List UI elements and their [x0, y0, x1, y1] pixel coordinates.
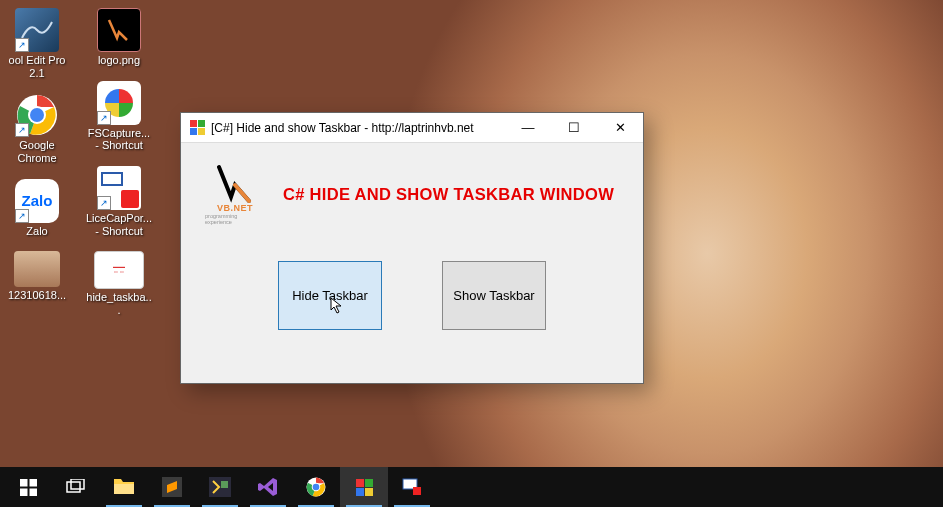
button-label: Hide Taskbar	[292, 288, 368, 303]
app-window: [C#] Hide and show Taskbar - http://lapt…	[180, 112, 644, 384]
desktop-icon-cooledit[interactable]: ↗ ool Edit Pro 2.1	[3, 8, 71, 79]
logo-png-icon	[97, 8, 141, 52]
titlebar[interactable]: [C#] Hide and show Taskbar - http://lapt…	[181, 113, 643, 143]
chrome-icon: ↗	[15, 93, 59, 137]
desktop-icon-chrome[interactable]: ↗ Google Chrome	[3, 93, 71, 164]
desktop-icon-licecap[interactable]: ↗ LiceCapPor... - Shortcut	[85, 166, 153, 237]
app-heading: C# HIDE AND SHOW TASKBAR WINDOW	[283, 185, 614, 204]
desktop-icon-hide-taskbar[interactable]: ▬▬▬▭ ▭ hide_taskba...	[85, 251, 153, 316]
svg-rect-4	[29, 479, 37, 487]
photo-icon	[14, 251, 60, 287]
minimize-button[interactable]: —	[505, 113, 551, 142]
hide-taskbar-button[interactable]: Hide Taskbar	[278, 261, 382, 330]
taskbar-sublime[interactable]	[148, 467, 196, 507]
icon-label: 12310618...	[8, 289, 66, 302]
svg-rect-12	[221, 481, 228, 488]
icon-label: Google Chrome	[3, 139, 71, 164]
taskbar-visualstudio[interactable]	[244, 467, 292, 507]
icon-label: Zalo	[26, 225, 47, 238]
taskbar-vstools[interactable]	[196, 467, 244, 507]
logo-subtext: programming experience	[205, 213, 265, 225]
show-taskbar-button[interactable]: Show Taskbar	[442, 261, 546, 330]
svg-rect-17	[413, 487, 421, 495]
desktop-icon-zalo[interactable]: Zalo ↗ Zalo	[3, 179, 71, 238]
button-label: Show Taskbar	[453, 288, 534, 303]
desktop-icon-logo-png[interactable]: logo.png	[85, 8, 153, 67]
svg-rect-5	[20, 488, 28, 496]
svg-point-2	[30, 108, 44, 122]
maximize-button[interactable]: ☐	[551, 113, 597, 142]
svg-rect-3	[20, 479, 28, 487]
window-body: VB.NET programming experience C# HIDE AN…	[181, 143, 643, 350]
logo-text: VB.NET	[217, 203, 253, 213]
icon-label: ool Edit Pro 2.1	[3, 54, 71, 79]
window-icon	[189, 120, 205, 136]
start-button[interactable]	[4, 467, 52, 507]
taskbar	[0, 467, 943, 507]
window-title: [C#] Hide and show Taskbar - http://lapt…	[211, 121, 505, 135]
zalo-icon: Zalo ↗	[15, 179, 59, 223]
taskbar-chrome[interactable]	[292, 467, 340, 507]
desktop-icon-fscapture[interactable]: ↗ FSCapture... - Shortcut	[85, 81, 153, 152]
icon-label: LiceCapPor... - Shortcut	[85, 212, 153, 237]
icon-label: hide_taskba...	[85, 291, 153, 316]
taskbar-explorer[interactable]	[100, 467, 148, 507]
icon-label: logo.png	[98, 54, 140, 67]
cooledit-icon: ↗	[15, 8, 59, 52]
file-icon: ▬▬▬▭ ▭	[94, 251, 144, 289]
taskview-button[interactable]	[52, 467, 100, 507]
close-button[interactable]: ✕	[597, 113, 643, 142]
svg-rect-8	[71, 479, 84, 489]
taskbar-licecap[interactable]	[388, 467, 436, 507]
licecap-icon: ↗	[97, 166, 141, 210]
desktop-icons-area: ↗ ool Edit Pro 2.1 ↗ Google Chrome Zalo …	[0, 8, 156, 316]
svg-rect-9	[114, 484, 134, 494]
icon-label: FSCapture... - Shortcut	[85, 127, 153, 152]
svg-rect-7	[67, 482, 80, 492]
desktop-icon-photo[interactable]: 12310618...	[3, 251, 71, 302]
svg-rect-6	[29, 488, 37, 496]
svg-point-15	[313, 484, 320, 491]
vbnet-logo: VB.NET programming experience	[205, 163, 265, 225]
taskbar-app[interactable]	[340, 467, 388, 507]
fscapture-icon: ↗	[97, 81, 141, 125]
